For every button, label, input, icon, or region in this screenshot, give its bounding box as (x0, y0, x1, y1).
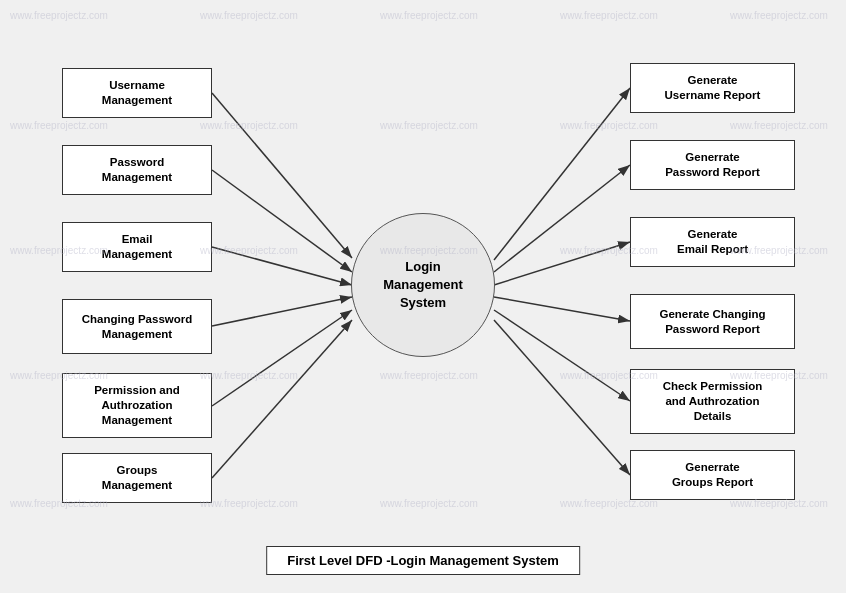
gen-username-report-label: GenerateUsername Report (665, 73, 761, 103)
arrow-center-to-password-report (494, 165, 630, 272)
arrow-center-to-permission (494, 310, 630, 401)
arrow-center-to-email-report (494, 242, 630, 285)
gen-password-report-node: GenerratePassword Report (630, 140, 795, 190)
email-mgmt-label: EmailManagement (102, 232, 172, 262)
username-mgmt-label: UsernameManagement (102, 78, 172, 108)
permission-mgmt-node: Permission andAuthrozationManagement (62, 373, 212, 438)
gen-changing-pwd-report-label: Generate ChangingPassword Report (659, 307, 765, 337)
arrow-username-to-center (212, 93, 352, 258)
email-mgmt-node: EmailManagement (62, 222, 212, 272)
gen-password-report-label: GenerratePassword Report (665, 150, 760, 180)
groups-mgmt-label: GroupsManagement (102, 463, 172, 493)
arrow-center-to-groups-report (494, 320, 630, 475)
password-mgmt-label: PasswordManagement (102, 155, 172, 185)
arrow-groups-to-center (212, 320, 352, 478)
arrow-email-to-center (212, 247, 352, 285)
gen-groups-report-label: GenerrateGroups Report (672, 460, 753, 490)
check-permission-node: Check Permissionand AuthrozationDetails (630, 369, 795, 434)
changing-pwd-mgmt-label: Changing PasswordManagement (82, 312, 193, 342)
footer-title: First Level DFD -Login Management System (266, 546, 580, 575)
arrow-center-to-changing-report (494, 297, 630, 321)
center-label: Login Management System (383, 258, 462, 313)
gen-email-report-node: GenerateEmail Report (630, 217, 795, 267)
password-mgmt-node: PasswordManagement (62, 145, 212, 195)
groups-mgmt-node: GroupsManagement (62, 453, 212, 503)
username-mgmt-node: UsernameManagement (62, 68, 212, 118)
changing-pwd-mgmt-node: Changing PasswordManagement (62, 299, 212, 354)
check-permission-label: Check Permissionand AuthrozationDetails (663, 379, 763, 424)
gen-username-report-node: GenerateUsername Report (630, 63, 795, 113)
gen-groups-report-node: GenerrateGroups Report (630, 450, 795, 500)
arrow-password-to-center (212, 170, 352, 272)
diagram-container: Login Management System UsernameManageme… (0, 0, 846, 593)
center-node: Login Management System (351, 213, 495, 357)
gen-email-report-label: GenerateEmail Report (677, 227, 748, 257)
arrow-permission-to-center (212, 310, 352, 406)
arrow-center-to-username-report (494, 88, 630, 260)
gen-changing-pwd-report-node: Generate ChangingPassword Report (630, 294, 795, 349)
permission-mgmt-label: Permission andAuthrozationManagement (94, 383, 180, 428)
arrow-changing-pwd-to-center (212, 297, 352, 326)
